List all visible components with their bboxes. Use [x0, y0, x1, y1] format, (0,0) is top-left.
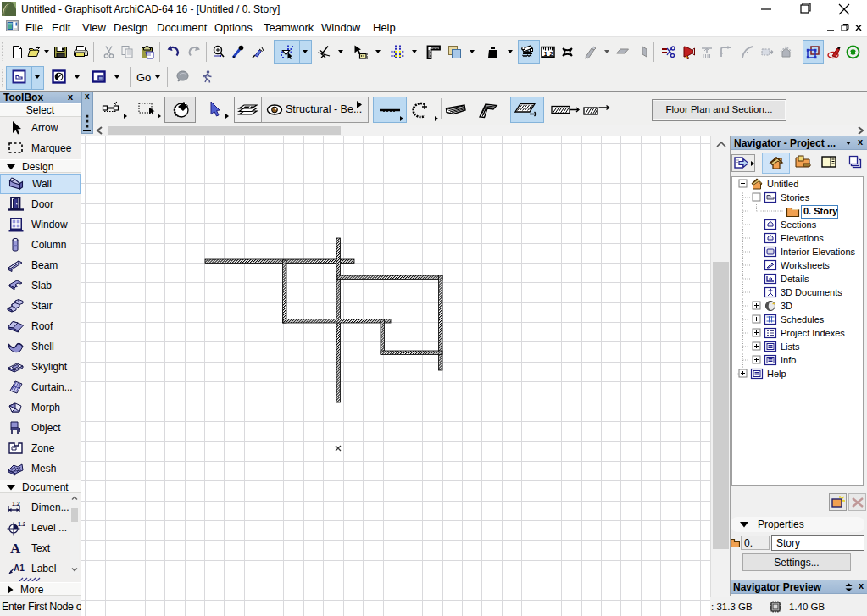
svg-text:A: A	[10, 541, 21, 557]
svg-text:A1: A1	[14, 563, 25, 573]
svg-text:1.2: 1.2	[18, 521, 25, 527]
svg-text:1.2: 1.2	[12, 501, 20, 507]
